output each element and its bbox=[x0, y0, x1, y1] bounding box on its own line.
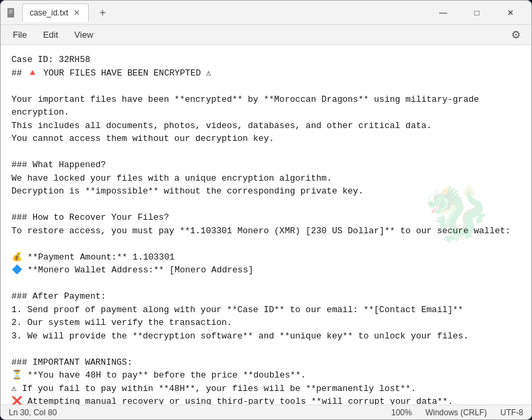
status-bar: Ln 30, Col 80 100% Windows (CRLF) UTF-8 bbox=[1, 404, 531, 419]
new-tab-button[interactable]: + bbox=[94, 5, 110, 21]
cursor-position: Ln 30, Col 80 bbox=[9, 408, 57, 417]
file-icon bbox=[6, 7, 17, 18]
svg-rect-1 bbox=[9, 10, 13, 11]
maximize-button[interactable]: □ bbox=[461, 2, 492, 24]
editor-content[interactable]: Case ID: 32RH58 ## 🔺 YOUR FILES HAVE BEE… bbox=[1, 45, 531, 404]
svg-rect-3 bbox=[9, 13, 11, 13]
status-bar-right: 100% Windows (CRLF) UTF-8 bbox=[391, 408, 523, 417]
tab-title: case_id.txt bbox=[30, 8, 68, 18]
line-ending[interactable]: Windows (CRLF) bbox=[426, 408, 487, 417]
minimize-button[interactable]: — bbox=[428, 2, 459, 24]
menu-view[interactable]: View bbox=[67, 27, 100, 42]
tab-close-button[interactable]: ✕ bbox=[72, 8, 81, 18]
window-controls: — □ ✕ bbox=[428, 2, 526, 24]
menu-file[interactable]: File bbox=[6, 27, 34, 42]
title-bar: case_id.txt ✕ + — □ ✕ bbox=[1, 1, 531, 25]
close-button[interactable]: ✕ bbox=[495, 2, 526, 24]
menu-bar: File Edit View ⚙ bbox=[1, 25, 531, 45]
editor-wrapper: 🐉 Case ID: 32RH58 ## 🔺 YOUR FILES HAVE B… bbox=[1, 45, 531, 404]
gear-icon[interactable]: ⚙ bbox=[506, 25, 526, 45]
encoding[interactable]: UTF-8 bbox=[500, 408, 523, 417]
menu-edit[interactable]: Edit bbox=[36, 27, 65, 42]
main-window: case_id.txt ✕ + — □ ✕ File Edit View ⚙ 🐉… bbox=[0, 0, 532, 420]
active-tab[interactable]: case_id.txt ✕ bbox=[22, 3, 89, 22]
zoom-level[interactable]: 100% bbox=[391, 408, 412, 417]
title-bar-left: case_id.txt ✕ + bbox=[6, 3, 428, 22]
svg-rect-2 bbox=[9, 11, 13, 12]
